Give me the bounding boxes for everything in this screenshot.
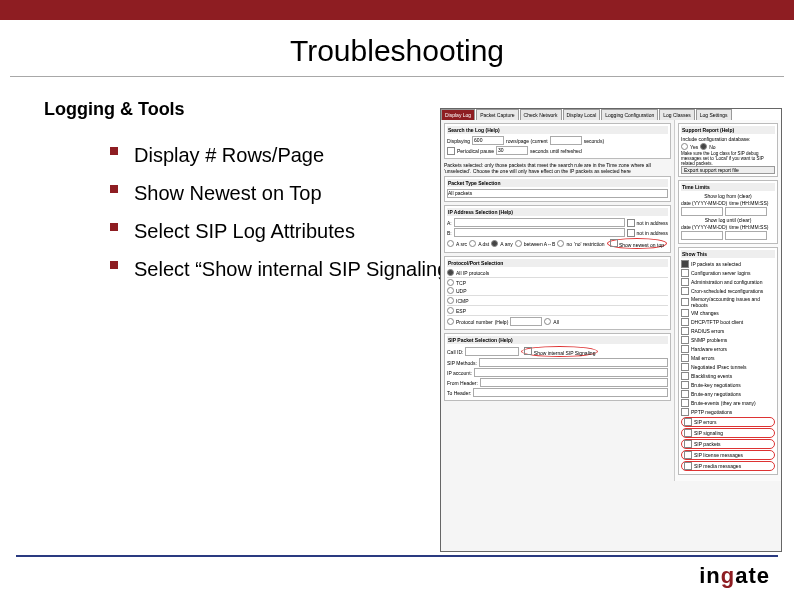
show-item: SIP packets bbox=[694, 441, 721, 447]
tab-display-log[interactable]: Display Log bbox=[441, 109, 475, 120]
sip-title: SIP Packet Selection bbox=[448, 337, 497, 343]
support-yes-radio[interactable] bbox=[681, 143, 688, 150]
tab-log-settings[interactable]: Log Settings bbox=[696, 109, 732, 120]
ip-a-input[interactable] bbox=[454, 218, 625, 227]
tab-log-classes[interactable]: Log Classes bbox=[659, 109, 695, 120]
show-sip-checkbox[interactable] bbox=[524, 347, 532, 355]
toh-label: To Header: bbox=[447, 390, 471, 396]
time-until-time: time (HH:MM:SS) bbox=[729, 224, 768, 230]
show-item-check[interactable] bbox=[681, 327, 689, 335]
rows-label: rows/page (current bbox=[506, 138, 548, 144]
show-item-check[interactable] bbox=[681, 381, 689, 389]
tcp-radio[interactable] bbox=[447, 279, 454, 286]
show-item: Hardware errors bbox=[691, 346, 727, 352]
allip-radio[interactable] bbox=[447, 269, 454, 276]
show-item-check[interactable] bbox=[681, 278, 689, 286]
packet-type-select[interactable]: All packets bbox=[447, 189, 668, 198]
show-item-check[interactable] bbox=[681, 287, 689, 295]
show-item-check[interactable] bbox=[681, 354, 689, 362]
fromh-input[interactable] bbox=[480, 378, 668, 387]
show-this-panel: Show This IP packets as selected Configu… bbox=[678, 247, 778, 475]
adst-radio[interactable] bbox=[469, 240, 476, 247]
periodic-after: seconds until refreshed bbox=[530, 148, 582, 154]
newest-checkbox[interactable] bbox=[610, 239, 618, 247]
show-item: Cron-scheduled reconfigurations bbox=[691, 288, 763, 294]
ip-a-not-check[interactable] bbox=[627, 219, 635, 227]
help-link[interactable]: (Help) bbox=[499, 209, 513, 215]
help-link[interactable]: (Help) bbox=[495, 319, 509, 325]
export-support-button[interactable]: Export support report file bbox=[681, 166, 775, 174]
help-link[interactable]: (Help) bbox=[486, 127, 500, 133]
udp-radio[interactable] bbox=[447, 287, 454, 294]
callid-input[interactable] bbox=[465, 347, 519, 356]
show-item-check[interactable] bbox=[681, 363, 689, 371]
show-item-check[interactable] bbox=[681, 260, 689, 268]
sipmethods-input[interactable] bbox=[479, 358, 668, 367]
help-link[interactable]: (Help) bbox=[720, 127, 734, 133]
show-item-check[interactable] bbox=[684, 418, 692, 426]
protonum-input[interactable] bbox=[510, 317, 542, 326]
time-from-label: Show log from (clear) bbox=[681, 193, 775, 199]
toh-input[interactable] bbox=[473, 388, 668, 397]
aany-radio[interactable] bbox=[491, 240, 498, 247]
between-label: between A↔B bbox=[524, 241, 556, 247]
support-question: Include configuration database: bbox=[681, 136, 775, 142]
show-item-check[interactable] bbox=[684, 440, 692, 448]
show-item-check[interactable] bbox=[681, 298, 689, 306]
esp-radio[interactable] bbox=[447, 307, 454, 314]
show-item-check[interactable] bbox=[681, 408, 689, 416]
header-bar bbox=[0, 0, 794, 20]
asrc-label: A src bbox=[456, 241, 467, 247]
ip-b-not-check[interactable] bbox=[627, 229, 635, 237]
ipacc-label: IP account: bbox=[447, 370, 472, 376]
from-time-input[interactable] bbox=[725, 207, 767, 216]
show-item-check[interactable] bbox=[681, 345, 689, 353]
tab-check-network[interactable]: Check Network bbox=[520, 109, 562, 120]
periodic-checkbox[interactable] bbox=[447, 147, 455, 155]
sip-packet-panel: SIP Packet Selection (Help) Call ID: Sho… bbox=[444, 333, 671, 401]
show-item: SIP errors bbox=[694, 419, 716, 425]
show-item-check[interactable] bbox=[684, 462, 692, 470]
show-item-check[interactable] bbox=[681, 390, 689, 398]
show-item-check[interactable] bbox=[681, 269, 689, 277]
rows-per-page-input[interactable]: 600 bbox=[472, 136, 504, 145]
periodic-value[interactable]: 30 bbox=[496, 146, 528, 155]
until-time-input[interactable] bbox=[725, 231, 767, 240]
ip-b-input[interactable] bbox=[454, 228, 625, 237]
show-item-check[interactable] bbox=[684, 429, 692, 437]
tab-display-local[interactable]: Display Local bbox=[563, 109, 601, 120]
show-item: Blacklisting events bbox=[691, 373, 732, 379]
show-item: Brute-events (they are many) bbox=[691, 400, 756, 406]
show-item-check[interactable] bbox=[684, 451, 692, 459]
show-item: Memory/accounting issues and reboots bbox=[691, 296, 775, 308]
no-radio[interactable] bbox=[557, 240, 564, 247]
show-item-check[interactable] bbox=[681, 372, 689, 380]
from-date-input[interactable] bbox=[681, 207, 723, 216]
icmp-radio[interactable] bbox=[447, 297, 454, 304]
tab-logging-config[interactable]: Logging Configuration bbox=[601, 109, 658, 120]
no-restrict-label: 'no' restriction bbox=[574, 241, 605, 247]
current-input[interactable] bbox=[550, 136, 582, 145]
asrc-radio[interactable] bbox=[447, 240, 454, 247]
between-radio[interactable] bbox=[515, 240, 522, 247]
show-item: DHCP/TFTP boot client bbox=[691, 319, 743, 325]
search-log-title: Search the Log bbox=[448, 127, 484, 133]
slide-title: Troubleshooting bbox=[0, 34, 794, 68]
show-item-check[interactable] bbox=[681, 336, 689, 344]
time-from-date: date (YYYY-MM-DD) bbox=[681, 200, 727, 206]
ipacc-input[interactable] bbox=[474, 368, 668, 377]
protonum-radio[interactable] bbox=[447, 318, 454, 325]
help-link[interactable]: (Help) bbox=[499, 337, 513, 343]
time-until-date: date (YYYY-MM-DD) bbox=[681, 224, 727, 230]
tab-packet-capture[interactable]: Packet Capture bbox=[476, 109, 518, 120]
show-item-check[interactable] bbox=[681, 399, 689, 407]
ip-b-label: B: bbox=[447, 230, 452, 236]
support-no-radio[interactable] bbox=[700, 143, 707, 150]
show-item-check[interactable] bbox=[681, 318, 689, 326]
show-item: PPTP negotiations bbox=[691, 409, 732, 415]
logo-part-c: ate bbox=[735, 563, 770, 588]
until-date-input[interactable] bbox=[681, 231, 723, 240]
ip-b-not-label: not in address bbox=[637, 230, 668, 236]
all-radio[interactable] bbox=[544, 318, 551, 325]
show-item-check[interactable] bbox=[681, 309, 689, 317]
